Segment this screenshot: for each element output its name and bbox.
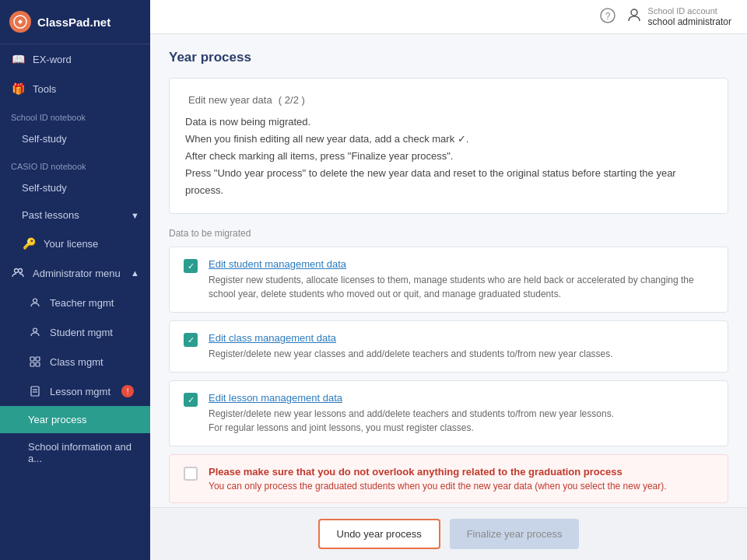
sidebar-item-teacher-mgmt-label: Teacher mgmt (50, 297, 114, 309)
main-area: ? School ID account school administrator… (150, 0, 747, 560)
sidebar-item-student-mgmt[interactable]: Student mgmt (0, 317, 150, 347)
checkbox-student[interactable]: ✓ (184, 259, 198, 273)
svg-point-2 (19, 269, 23, 273)
sidebar-item-self-study-2-label: Self-study (22, 182, 67, 194)
info-line-3: After check marking all items, press "Fi… (185, 148, 712, 165)
student-mgmt-link[interactable]: Edit student management data (209, 258, 346, 270)
class-mgmt-desc: Register/delete new year classes and add… (209, 347, 613, 361)
page-content: Year process Edit new year data ( 2/2 ) … (150, 34, 747, 507)
user-name: school administrator (648, 16, 731, 29)
sidebar-item-class-mgmt[interactable]: Class mgmt (0, 347, 150, 376)
page-title: Year process (169, 50, 728, 65)
sidebar-item-your-license-label: Your license (44, 238, 98, 250)
checkbox-class[interactable]: ✓ (184, 333, 198, 347)
sidebar-item-tools[interactable]: 🎁 Tools (0, 74, 150, 103)
sidebar-item-student-mgmt-label: Student mgmt (50, 327, 113, 338)
sidebar-item-past-lessons-label: Past lessons (22, 209, 79, 221)
gift-icon: 🎁 (11, 82, 25, 96)
user-account[interactable]: School ID account school administrator (626, 5, 731, 29)
sidebar-item-past-lessons[interactable]: Past lessons ▼ (0, 201, 150, 229)
sidebar-item-tools-label: Tools (33, 83, 56, 95)
svg-rect-6 (36, 357, 40, 361)
account-label: School ID account (648, 5, 731, 16)
class-mgmt-link[interactable]: Edit class management data (209, 332, 336, 344)
topbar-icons: ? School ID account school administrator (600, 5, 731, 29)
svg-point-3 (33, 299, 37, 303)
finalize-button: Finalize year process (450, 519, 580, 549)
topbar: ? School ID account school administrator (150, 0, 747, 34)
svg-point-14 (631, 9, 637, 16)
sidebar-item-self-study-2[interactable]: Self-study (0, 174, 150, 201)
sidebar-item-lesson-mgmt[interactable]: Lesson mgmt ! (0, 376, 150, 406)
svg-rect-7 (30, 362, 34, 366)
graduation-desc: You can only process the graduated stude… (209, 481, 667, 492)
info-card: Edit new year data ( 2/2 ) Data is now b… (169, 78, 728, 214)
sidebar-item-self-study-1-label: Self-study (22, 133, 67, 145)
logo-text: ClassPad.net (37, 16, 110, 29)
lesson-mgmt-link[interactable]: Edit lesson management data (209, 392, 342, 404)
migrate-content-class: Edit class management data Register/dele… (209, 332, 613, 361)
user-icon (626, 7, 642, 26)
migrate-item-lesson: ✓ Edit lesson management data Register/d… (169, 380, 728, 446)
section-label: Data to be migrated (169, 228, 728, 239)
sidebar: ClassPad.net 📖 EX-word 🎁 Tools School ID… (0, 0, 150, 560)
graduation-link[interactable]: Please make sure that you do not overloo… (209, 466, 622, 478)
admin-icon (11, 266, 25, 280)
svg-rect-9 (31, 387, 39, 396)
svg-text:?: ? (605, 11, 610, 22)
class-icon (28, 355, 42, 369)
info-line-2: When you finish editing all new year dat… (185, 131, 712, 148)
svg-point-1 (15, 269, 19, 273)
svg-point-4 (33, 328, 37, 332)
sidebar-item-admin-menu-label: Administrator menu (33, 268, 121, 279)
migrate-content-student: Edit student management data Register ne… (209, 258, 714, 301)
sidebar-item-school-info-label: School information and a... (28, 441, 139, 464)
sidebar-item-ex-word[interactable]: 📖 EX-word (0, 44, 150, 74)
teacher-icon (28, 296, 42, 310)
chevron-down-icon: ▼ (131, 211, 139, 220)
sidebar-item-lesson-mgmt-label: Lesson mgmt (50, 386, 110, 397)
sidebar-item-year-process-label: Year process (28, 414, 86, 425)
migrate-content-graduation: Please make sure that you do not overloo… (209, 466, 667, 492)
checkbox-lesson[interactable]: ✓ (184, 393, 198, 407)
student-icon (28, 325, 42, 339)
migrate-item-class: ✓ Edit class management data Register/de… (169, 320, 728, 373)
footer-bar: Undo year process Finalize year process (150, 507, 747, 560)
key-icon: 🔑 (22, 236, 36, 250)
info-line-4: Press "Undo year process" to delete the … (185, 165, 712, 199)
book-icon: 📖 (11, 52, 25, 66)
lesson-mgmt-desc: Register/delete new year lessons and add… (209, 407, 614, 435)
migrate-item-graduation: Please make sure that you do not overloo… (169, 454, 728, 503)
logo-icon (9, 11, 31, 33)
section-casio-id: CASIO ID notebook (0, 152, 150, 174)
lesson-icon (28, 384, 42, 398)
sidebar-item-school-info[interactable]: School information and a... (0, 433, 150, 472)
sidebar-item-ex-word-label: EX-word (33, 54, 72, 65)
info-line-1: Data is now being migrated. (185, 114, 712, 131)
svg-rect-8 (36, 362, 40, 366)
student-mgmt-desc: Register new students, allocate licenses… (209, 273, 714, 301)
logo[interactable]: ClassPad.net (0, 0, 150, 44)
svg-rect-5 (30, 357, 34, 361)
sidebar-item-year-process[interactable]: Year process (0, 406, 150, 433)
sidebar-item-self-study-1[interactable]: Self-study (0, 125, 150, 152)
migrate-content-lesson: Edit lesson management data Register/del… (209, 392, 614, 435)
lesson-mgmt-badge: ! (121, 385, 134, 397)
sidebar-item-your-license[interactable]: 🔑 Your license (0, 229, 150, 258)
checkbox-graduation[interactable] (184, 467, 198, 481)
sidebar-item-admin-menu[interactable]: Administrator menu ▲ (0, 258, 150, 288)
section-school-id: School ID notebook (0, 103, 150, 125)
undo-button[interactable]: Undo year process (318, 519, 440, 549)
chevron-up-icon: ▲ (131, 268, 139, 278)
user-info: School ID account school administrator (648, 5, 731, 29)
sidebar-item-class-mgmt-label: Class mgmt (50, 356, 103, 368)
migrate-item-student: ✓ Edit student management data Register … (169, 247, 728, 313)
sidebar-item-teacher-mgmt[interactable]: Teacher mgmt (0, 288, 150, 317)
info-card-title: Edit new year data ( 2/2 ) (185, 93, 712, 106)
help-icon[interactable]: ? (600, 8, 615, 26)
